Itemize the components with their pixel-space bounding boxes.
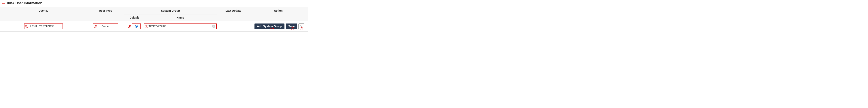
col-header-last-update: Last Update [217, 7, 250, 15]
cell-action: Add System Group Save ✕ 5 6 7 [250, 21, 306, 31]
marker-1: 1 [25, 25, 28, 28]
col-header-name: Name [144, 15, 217, 21]
cell-last-update [217, 21, 250, 31]
user-type-select[interactable]: 2 Owner [93, 24, 118, 29]
col-header-user-type: User Type [87, 7, 124, 15]
clear-icon[interactable]: ✕ [212, 25, 215, 28]
user-id-value: LENA_TESTUSER [30, 25, 54, 28]
marker-7: 7 [300, 27, 303, 30]
section-header: TunA User Information [0, 0, 308, 7]
col-header-user-id: User ID [0, 7, 87, 15]
radio-checked-icon [135, 25, 138, 28]
cell-default: 3 [124, 21, 144, 31]
collapse-icon[interactable] [2, 3, 5, 4]
col-header-action: Action [250, 7, 306, 15]
marker-2: 2 [94, 25, 97, 28]
user-id-input[interactable]: 1 LENA_TESTUSER [24, 24, 63, 29]
cell-group-name: 4 TESTGROUP ✕ [144, 21, 217, 31]
marker-5: 5 [271, 27, 274, 30]
user-type-value: Owner [101, 25, 110, 28]
table-row: 1 LENA_TESTUSER 2 Owner 3 [0, 21, 308, 32]
marker-6: 6 [291, 27, 294, 30]
col-header-system-group: System Group [124, 7, 217, 15]
col-header-default: Default [124, 15, 144, 21]
group-name-input[interactable]: 4 TESTGROUP ✕ [144, 24, 217, 29]
table-header: User ID User Type System Group Last Upda… [0, 7, 308, 21]
cell-user-type: 2 Owner [87, 21, 124, 31]
group-name-value: TESTGROUP [149, 25, 166, 28]
marker-4: 4 [145, 25, 148, 28]
section-title: TunA User Information [6, 1, 42, 5]
action-markers: 5 6 7 [258, 27, 304, 30]
marker-3: 3 [128, 25, 131, 28]
user-info-table: User ID User Type System Group Last Upda… [0, 7, 308, 32]
cell-user-id: 1 LENA_TESTUSER [0, 21, 87, 31]
default-radio[interactable] [132, 24, 141, 29]
